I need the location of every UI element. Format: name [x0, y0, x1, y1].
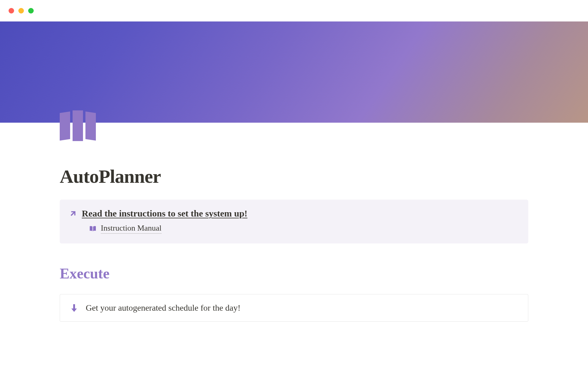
instruction-manual-label: Instruction Manual [101, 224, 162, 234]
execute-heading[interactable]: Execute [60, 265, 528, 282]
page-content: AutoPlanner Read the instructions to set… [0, 123, 588, 322]
window-chrome [0, 0, 588, 21]
page-icon[interactable] [60, 110, 100, 141]
instruction-manual-link[interactable]: Instruction Manual [89, 224, 518, 234]
maximize-window-button[interactable] [28, 8, 34, 13]
minimize-window-button[interactable] [18, 8, 24, 13]
arrow-down-right-icon [70, 210, 76, 217]
page-title[interactable]: AutoPlanner [60, 166, 528, 187]
page-cover[interactable] [0, 21, 588, 123]
instructions-callout: Read the instructions to set the system … [60, 200, 528, 243]
schedule-text: Get your autogenerated schedule for the … [86, 303, 240, 313]
callout-header: Read the instructions to set the system … [70, 208, 518, 219]
schedule-callout[interactable]: Get your autogenerated schedule for the … [60, 294, 528, 322]
book-icon [89, 225, 96, 232]
arrow-down-icon [70, 304, 78, 312]
callout-title[interactable]: Read the instructions to set the system … [82, 208, 247, 219]
close-window-button[interactable] [9, 8, 14, 13]
